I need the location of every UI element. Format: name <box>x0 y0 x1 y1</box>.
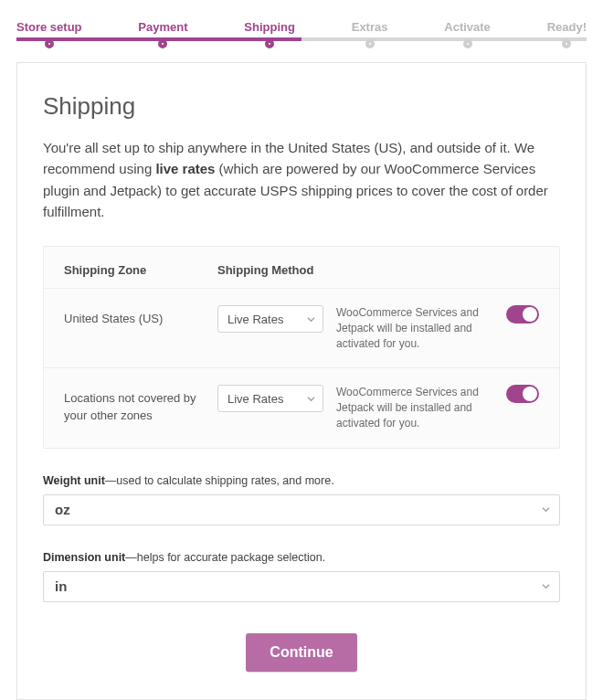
step-label: Shipping <box>244 20 295 34</box>
step-dot-icon <box>45 39 54 48</box>
caret-down-icon <box>307 315 315 323</box>
step-label: Extras <box>352 20 388 34</box>
page-title: Shipping <box>43 92 560 121</box>
step-dot-icon <box>265 39 274 48</box>
caret-down-icon <box>307 395 315 403</box>
header-method: Shipping Method <box>217 263 336 277</box>
dimension-unit-block: Dimension unit—helps for accurate packag… <box>43 551 560 602</box>
shipping-zone-table: Shipping Zone Shipping Method United Sta… <box>43 246 560 449</box>
step-payment[interactable]: Payment <box>138 20 187 48</box>
step-dot-icon <box>158 39 167 48</box>
shipping-card: Shipping You're all set up to ship anywh… <box>16 62 587 700</box>
setup-stepper: Store setup Payment Shipping Extras Acti… <box>16 0 587 44</box>
step-label: Activate <box>444 20 491 34</box>
weight-unit-label: Weight unit—used to calculate shipping r… <box>43 474 560 487</box>
step-dot-icon <box>463 39 472 48</box>
step-store-setup[interactable]: Store setup <box>16 20 82 48</box>
zone-enable-toggle[interactable] <box>506 385 539 403</box>
header-zone: Shipping Zone <box>64 263 217 277</box>
weight-unit-block: Weight unit—used to calculate shipping r… <box>43 474 560 525</box>
stepper-steps: Store setup Payment Shipping Extras Acti… <box>16 20 587 48</box>
step-ready[interactable]: Ready! <box>547 20 587 48</box>
select-value: Live Rates <box>227 313 283 326</box>
select-value: in <box>55 578 67 594</box>
dimension-unit-select[interactable]: in <box>43 571 560 602</box>
zone-row: Locations not covered by your other zone… <box>44 367 559 447</box>
step-dot-icon <box>365 39 375 48</box>
continue-button[interactable]: Continue <box>246 633 356 672</box>
step-shipping[interactable]: Shipping <box>244 20 295 48</box>
step-dot-icon <box>562 39 571 48</box>
shipping-method-select[interactable]: Live Rates <box>217 385 323 412</box>
step-label: Payment <box>138 20 187 34</box>
intro-text: You're all set up to ship anywhere in th… <box>43 137 560 222</box>
step-label: Ready! <box>547 20 587 34</box>
zone-name: Locations not covered by your other zone… <box>64 385 217 423</box>
zone-row: United States (US) Live Rates WooCommerc… <box>44 288 559 367</box>
zone-description: WooCommerce Services and Jetpack will be… <box>336 385 497 430</box>
zone-enable-toggle[interactable] <box>506 305 539 323</box>
caret-down-icon <box>542 582 550 590</box>
shipping-method-select[interactable]: Live Rates <box>217 305 323 333</box>
weight-unit-select[interactable]: oz <box>43 494 560 525</box>
step-activate[interactable]: Activate <box>444 20 491 48</box>
zone-table-header: Shipping Zone Shipping Method <box>44 247 559 288</box>
zone-description: WooCommerce Services and Jetpack will be… <box>336 305 497 351</box>
select-value: oz <box>55 502 70 517</box>
step-label: Store setup <box>16 20 82 34</box>
dimension-unit-label: Dimension unit—helps for accurate packag… <box>43 551 560 564</box>
caret-down-icon <box>542 505 550 514</box>
select-value: Live Rates <box>227 392 283 406</box>
step-extras[interactable]: Extras <box>352 20 388 48</box>
zone-name: United States (US) <box>64 305 217 327</box>
